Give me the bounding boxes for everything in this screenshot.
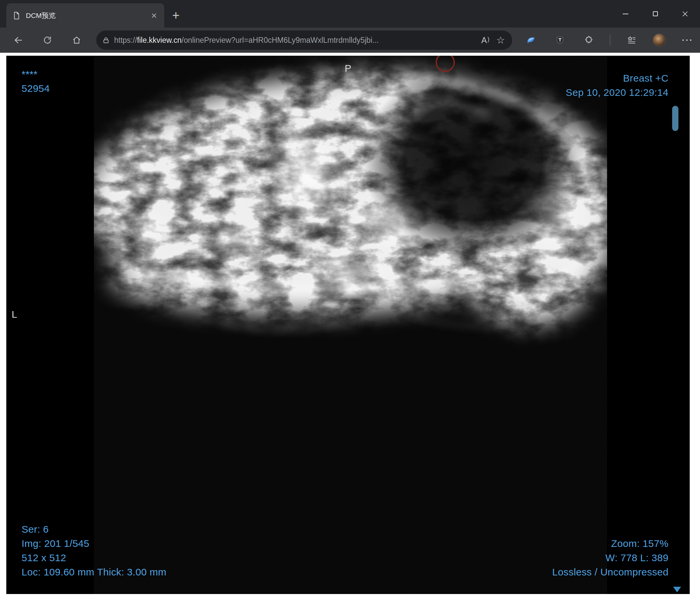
study-info-block: Breast +C Sep 10, 2020 12:29:14 <box>566 71 669 100</box>
refresh-icon <box>43 35 52 45</box>
maximize-button[interactable] <box>640 0 670 28</box>
back-button[interactable] <box>7 31 29 49</box>
nav-left-group <box>7 31 88 49</box>
close-window-button[interactable] <box>670 0 700 28</box>
address-bar[interactable]: https://file.kkview.cn/onlinePreview?url… <box>96 30 512 50</box>
zoom-level: Zoom: 157% <box>552 536 669 550</box>
minimize-button[interactable] <box>610 0 640 28</box>
tab-strip: DCM预览 × + <box>0 0 700 28</box>
compression-info: Lossless / Uncompressed <box>552 565 669 579</box>
blue-extension-icon[interactable] <box>523 32 539 48</box>
tab-title: DCM预览 <box>26 11 150 20</box>
navigation-bar: https://file.kkview.cn/onlinePreview?url… <box>0 28 700 53</box>
scroll-down-arrow-icon[interactable] <box>673 587 681 592</box>
lock-icon <box>102 36 110 44</box>
series-info-block: Ser: 6 Img: 201 1/545 512 x 512 Loc: 109… <box>22 522 167 579</box>
read-aloud-icon[interactable]: A) <box>478 32 493 48</box>
profile-avatar[interactable] <box>653 33 666 47</box>
page-document-icon <box>12 11 21 20</box>
url-path: /onlinePreview?url=aHR0cHM6Ly9maWxlLmtrd… <box>181 36 378 45</box>
browser-window: DCM预览 × + http <box>0 0 700 597</box>
url-domain: file.kkview.cn <box>137 36 181 45</box>
close-icon <box>682 11 688 17</box>
minimize-icon <box>623 14 628 14</box>
patient-id: 52954 <box>22 81 50 96</box>
image-matrix: 512 x 512 <box>22 550 167 565</box>
study-description: Breast +C <box>566 71 669 85</box>
page-background: **** 52954 Breast +C Sep 10, 2020 12:29:… <box>0 53 700 597</box>
back-arrow-icon <box>13 35 23 45</box>
url-text: https://file.kkview.cn/onlinePreview?url… <box>114 36 478 45</box>
series-number: Ser: 6 <box>22 522 167 536</box>
mri-scan-image <box>94 56 607 594</box>
favorites-hub-icon[interactable] <box>624 32 639 48</box>
home-icon <box>72 35 81 45</box>
new-tab-button[interactable]: + <box>168 7 184 23</box>
dicom-viewer[interactable]: **** 52954 Breast +C Sep 10, 2020 12:29:… <box>6 56 690 594</box>
maximize-icon <box>653 11 658 16</box>
settings-menu-icon[interactable]: … <box>679 32 695 48</box>
tab-close-icon[interactable]: × <box>150 10 158 21</box>
refresh-button[interactable] <box>36 31 58 49</box>
slice-location: Loc: 109.60 mm Thick: 3.00 mm <box>22 565 167 579</box>
patient-name-masked: **** <box>22 67 50 81</box>
favorite-star-icon[interactable]: ☆ <box>493 32 508 48</box>
shield-t-extension-icon[interactable] <box>552 32 568 48</box>
image-number: Img: 201 1/545 <box>22 536 167 550</box>
url-scheme: https:// <box>114 36 137 45</box>
display-info-block: Zoom: 157% W: 778 L: 389 Lossless / Unco… <box>552 536 669 579</box>
home-button[interactable] <box>66 31 88 49</box>
window-controls <box>610 0 700 28</box>
tab-dcm-preview[interactable]: DCM预览 × <box>6 3 164 28</box>
patient-info-block: **** 52954 <box>22 67 50 96</box>
scrollbar-thumb[interactable] <box>672 106 678 131</box>
orientation-marker-posterior: P <box>345 61 351 75</box>
nav-right-group: … <box>523 32 695 48</box>
orientation-marker-left: L <box>11 307 17 321</box>
study-datetime: Sep 10, 2020 12:29:14 <box>566 85 669 100</box>
toolbar-divider <box>610 35 610 46</box>
window-level: W: 778 L: 389 <box>552 550 669 565</box>
extensions-puzzle-icon[interactable] <box>581 32 597 48</box>
